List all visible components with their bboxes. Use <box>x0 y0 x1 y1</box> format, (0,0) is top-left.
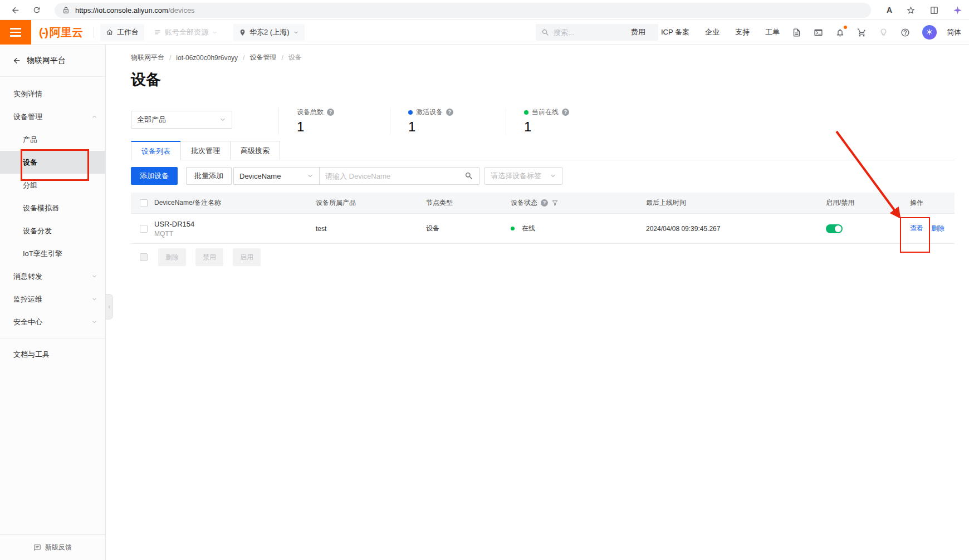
select-all-checkbox[interactable] <box>140 199 148 207</box>
cloud-shell-icon[interactable] <box>814 28 823 37</box>
sidebar-item-label: 设备分发 <box>23 226 52 236</box>
sidebar-item-label: IoT孪生引擎 <box>23 249 62 259</box>
blue-dot-icon <box>408 110 413 115</box>
aliyun-logo[interactable]: (-) 阿里云 <box>39 20 83 45</box>
chevron-down-icon <box>307 173 314 179</box>
page-title: 设备 <box>131 70 161 90</box>
nav-divider <box>94 27 94 38</box>
nav-link-billing[interactable]: 费用 <box>631 27 645 37</box>
add-device-button[interactable]: 添加设备 <box>131 167 178 185</box>
help-circle-icon[interactable] <box>901 28 910 37</box>
language-switcher[interactable]: 简体 <box>947 27 961 37</box>
device-name-link[interactable]: USR-DR154 <box>154 220 316 228</box>
delete-action-link[interactable]: 删除 <box>931 224 944 233</box>
device-node-type: 设备 <box>426 224 511 233</box>
account-resources-dropdown[interactable]: 账号全部资源 <box>154 20 218 45</box>
bulk-select-checkbox[interactable] <box>140 253 148 261</box>
stat-online-devices: 当前在线 1 <box>524 107 569 135</box>
sidebar-title: 物联网平台 <box>27 56 66 66</box>
breadcrumb-instance-id[interactable]: iot-06z00c0h9r6voyy <box>176 54 238 62</box>
device-toolbar: 添加设备 批量添加 DeviceName 请选择设备标签 <box>131 166 562 185</box>
column-device-status: 设备状态 <box>511 198 646 208</box>
stat-value: 1 <box>524 119 569 135</box>
chevron-down-icon <box>212 30 218 36</box>
breadcrumb-iot-platform[interactable]: 物联网平台 <box>131 53 164 62</box>
account-resources-label: 账号全部资源 <box>165 27 208 37</box>
sidebar-item-groups[interactable]: 分组 <box>0 174 105 197</box>
product-filter-select[interactable]: 全部产品 <box>131 111 232 129</box>
sidebar-item-security-center[interactable]: 安全中心 <box>0 311 105 333</box>
tab-device-list[interactable]: 设备列表 <box>131 141 181 161</box>
device-search <box>319 167 479 185</box>
stat-label: 当前在线 <box>532 107 559 117</box>
workbench-button[interactable]: 工作台 <box>100 24 144 41</box>
help-icon[interactable] <box>541 199 548 207</box>
api-doc-icon[interactable] <box>792 28 801 37</box>
sidebar-collapse-handle[interactable] <box>106 294 113 320</box>
hamburger-menu-button[interactable] <box>0 20 31 45</box>
url-bar[interactable]: https://iot.console.aliyun.com/devices <box>55 3 871 18</box>
stat-label: 设备总数 <box>297 107 324 117</box>
favorites-star-icon[interactable] <box>906 6 916 15</box>
sidebar-item-products[interactable]: 产品 <box>0 128 105 151</box>
help-icon[interactable] <box>446 109 453 116</box>
notification-bell-icon[interactable] <box>835 28 845 37</box>
view-action-link[interactable]: 查看 <box>910 224 923 233</box>
help-icon[interactable] <box>327 109 334 116</box>
sidebar-header[interactable]: 物联网平台 <box>0 45 105 77</box>
split-screen-icon[interactable] <box>929 6 939 15</box>
device-search-input[interactable] <box>325 172 464 180</box>
device-tag-select[interactable]: 请选择设备标签 <box>484 167 562 185</box>
breadcrumb-device-management[interactable]: 设备管理 <box>249 53 276 62</box>
enable-toggle[interactable] <box>826 224 843 233</box>
nav-link-support[interactable]: 支持 <box>735 27 750 37</box>
sidebar-item-device-management[interactable]: 设备管理 <box>0 105 105 128</box>
bulk-disable-button[interactable]: 禁用 <box>195 248 223 266</box>
tab-advanced-search[interactable]: 高级搜索 <box>230 141 280 160</box>
lock-icon <box>62 7 70 14</box>
shopping-cart-icon[interactable] <box>857 28 867 37</box>
filter-funnel-icon[interactable] <box>551 199 559 207</box>
notification-dot <box>844 26 847 29</box>
browser-refresh-button[interactable] <box>30 3 43 17</box>
sidebar-item-device-distribution[interactable]: 设备分发 <box>0 219 105 242</box>
device-status: 在线 <box>511 224 646 233</box>
nav-link-icp[interactable]: ICP 备案 <box>661 27 689 37</box>
sidebar-item-iot-twin-engine[interactable]: IoT孪生引擎 <box>0 242 105 265</box>
sidebar-item-devices[interactable]: 设备 <box>0 151 105 174</box>
sidebar-item-device-simulator[interactable]: 设备模拟器 <box>0 197 105 219</box>
nav-link-tickets[interactable]: 工单 <box>765 27 780 37</box>
home-icon <box>106 28 114 36</box>
column-label: 设备状态 <box>511 198 537 208</box>
sidebar-item-docs-tools[interactable]: 文档与工具 <box>0 343 105 366</box>
read-aloud-icon[interactable]: A <box>887 6 892 14</box>
workbench-label: 工作台 <box>117 27 139 37</box>
row-checkbox[interactable] <box>140 225 148 233</box>
sidebar-item-instance-details[interactable]: 实例详情 <box>0 82 105 105</box>
user-avatar[interactable] <box>922 25 937 40</box>
device-protocol: MQTT <box>154 230 316 238</box>
aliyun-logo-mark: (-) <box>39 26 47 39</box>
tab-batch-management[interactable]: 批次管理 <box>180 141 231 160</box>
nav-link-enterprise[interactable]: 企业 <box>705 27 720 37</box>
search-icon[interactable] <box>464 171 473 180</box>
help-icon[interactable] <box>562 109 569 116</box>
collections-icon[interactable] <box>953 6 962 15</box>
batch-add-button[interactable]: 批量添加 <box>186 167 232 185</box>
bulk-enable-button[interactable]: 启用 <box>233 248 261 266</box>
sidebar-item-monitoring-ops[interactable]: 监控运维 <box>0 288 105 311</box>
lightbulb-icon[interactable] <box>879 28 888 37</box>
sidebar-item-label: 设备 <box>23 158 37 168</box>
sidebar-item-message-forwarding[interactable]: 消息转发 <box>0 265 105 288</box>
sidebar-item-label: 设备模拟器 <box>23 203 59 213</box>
refresh-icon <box>32 6 41 14</box>
location-pin-icon <box>239 29 246 36</box>
back-arrow-icon <box>12 56 21 65</box>
feedback-button[interactable]: 新版反馈 <box>0 534 105 560</box>
bulk-delete-button[interactable]: 删除 <box>158 248 186 266</box>
search-field-select[interactable]: DeviceName <box>233 167 320 185</box>
region-selector[interactable]: 华东2 (上海) <box>233 24 305 41</box>
sidebar-item-label: 实例详情 <box>13 89 42 99</box>
browser-back-button[interactable] <box>8 3 22 17</box>
column-node-type: 节点类型 <box>426 198 511 208</box>
